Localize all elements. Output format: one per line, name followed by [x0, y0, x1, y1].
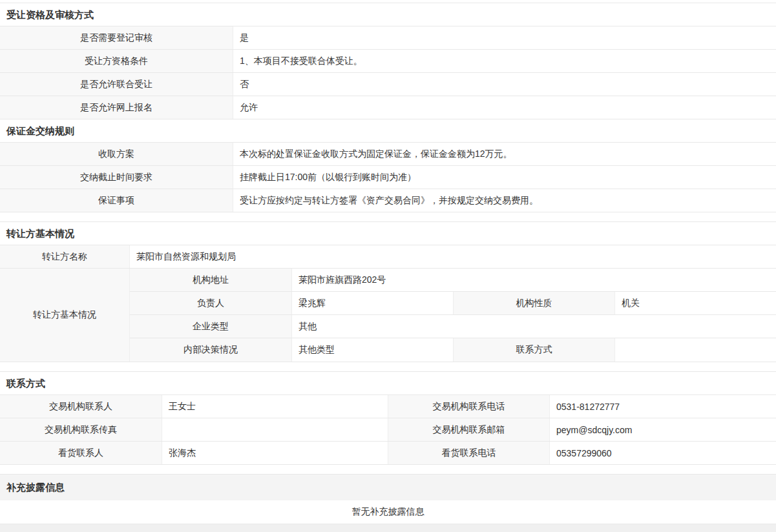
field-value: 1、本项目不接受联合体受让。: [233, 50, 776, 72]
field-label: 保证事项: [0, 189, 233, 212]
field-value: 其他: [291, 315, 776, 338]
field-label: 看货联系电话: [388, 442, 549, 464]
table-row: 是否需要登记审核 是: [0, 26, 776, 50]
field-label: 交纳截止时间要求: [0, 166, 233, 189]
table-row: 交易机构联系人 王女士 交易机构联系电话 0531-81272777: [0, 395, 776, 418]
field-label: 企业类型: [130, 315, 291, 338]
field-value: 莱阳市自然资源和规划局: [129, 245, 776, 268]
field-value: 否: [233, 73, 776, 96]
table-row: 企业类型 其他: [130, 315, 776, 338]
table-row: 保证事项 受让方应按约定与转让方签署《资产交易合同》，并按规定交纳交易费用。: [0, 189, 776, 212]
table-row: 收取方案 本次标的处置保证金收取方式为固定保证金，保证金金额为12万元。: [0, 143, 776, 166]
field-value: 本次标的处置保证金收取方式为固定保证金，保证金金额为12万元。: [233, 143, 776, 165]
disclosure-content: 受让资格及审核方式 是否需要登记审核 是 受让方资格条件 1、本项目不接受联合体…: [0, 0, 776, 524]
field-value: 梁兆辉: [291, 292, 453, 314]
field-value: 0531-81272777: [549, 395, 776, 418]
table-row: 看货联系人 张海杰 看货联系电话 05357299060: [0, 442, 776, 465]
field-value: 张海杰: [162, 442, 388, 464]
disclosure-page: 受让资格及审核方式 是否需要登记审核 是 受让方资格条件 1、本项目不接受联合体…: [0, 0, 776, 532]
field-value: [614, 338, 776, 362]
field-value: 是: [233, 26, 776, 49]
field-label: 交易机构联系电话: [388, 395, 549, 418]
section-supplement: 补充披露信息 暂无补充披露信息: [0, 474, 776, 524]
table-row: 转让方名称 莱阳市自然资源和规划局: [0, 245, 776, 269]
table-row: 机构地址 莱阳市旌旗西路202号: [130, 269, 776, 292]
field-value: 05357299060: [549, 442, 776, 464]
field-value: [162, 418, 388, 441]
table-row: 交易机构联系传真 交易机构联系邮箱 peym@sdcqjy.com: [0, 418, 776, 442]
table-row: 受让方资格条件 1、本项目不接受联合体受让。: [0, 50, 776, 73]
section-qualification-and-deposit: 受让资格及审核方式 是否需要登记审核 是 受让方资格条件 1、本项目不接受联合体…: [0, 3, 776, 212]
group-label: 转让方基本情况: [0, 269, 129, 362]
section-title-transferor: 转让方基本情况: [0, 222, 776, 245]
section-contact: 联系方式 交易机构联系人 王女士 交易机构联系电话 0531-81272777 …: [0, 371, 776, 465]
section-title-deposit: 保证金交纳规则: [0, 119, 776, 143]
field-label: 内部决策情况: [130, 338, 291, 362]
field-value: 王女士: [162, 395, 388, 418]
section-transferor: 转让方基本情况 转让方名称 莱阳市自然资源和规划局 转让方基本情况 机构地址 莱…: [0, 221, 776, 362]
table-row: 负责人 梁兆辉 机构性质 机关: [130, 292, 776, 315]
supplement-empty-message: 暂无补充披露信息: [0, 500, 776, 524]
field-label: 收取方案: [0, 143, 233, 165]
field-label: 交易机构联系人: [0, 395, 162, 418]
field-label: 交易机构联系传真: [0, 418, 162, 441]
transferor-sub-rows: 机构地址 莱阳市旌旗西路202号 负责人 梁兆辉 机构性质 机关 企业类型 其他: [129, 269, 776, 362]
field-value: 莱阳市旌旗西路202号: [291, 269, 776, 291]
field-value: 机关: [614, 292, 776, 314]
field-label: 机构性质: [453, 292, 614, 314]
section-title-contact: 联系方式: [0, 372, 776, 395]
table-row: 是否允许联合受让 否: [0, 73, 776, 96]
field-value: 受让方应按约定与转让方签署《资产交易合同》，并按规定交纳交易费用。: [233, 189, 776, 212]
field-value: peym@sdcqjy.com: [549, 418, 776, 441]
field-label: 交易机构联系邮箱: [388, 418, 549, 441]
field-label: 是否需要登记审核: [0, 26, 233, 49]
field-value: 其他类型: [291, 338, 453, 362]
field-label: 联系方式: [453, 338, 614, 362]
field-label: 受让方资格条件: [0, 50, 233, 72]
field-label: 负责人: [130, 292, 291, 314]
field-value: 挂牌截止日17:00前（以银行到账时间为准）: [233, 166, 776, 189]
field-label: 转让方名称: [0, 245, 129, 268]
transferor-group-row: 转让方基本情况 机构地址 莱阳市旌旗西路202号 负责人 梁兆辉 机构性质 机关…: [0, 269, 776, 362]
table-row: 是否允许网上报名 允许: [0, 96, 776, 119]
field-label: 机构地址: [130, 269, 291, 291]
field-label: 是否允许联合受让: [0, 73, 233, 96]
field-value: 允许: [233, 96, 776, 119]
field-label: 是否允许网上报名: [0, 96, 233, 119]
section-title-supplement: 补充披露信息: [0, 475, 776, 500]
table-row: 内部决策情况 其他类型 联系方式: [130, 338, 776, 362]
section-title-qualification: 受让资格及审核方式: [0, 3, 776, 26]
table-row: 交纳截止时间要求 挂牌截止日17:00前（以银行到账时间为准）: [0, 166, 776, 189]
field-label: 看货联系人: [0, 442, 162, 464]
